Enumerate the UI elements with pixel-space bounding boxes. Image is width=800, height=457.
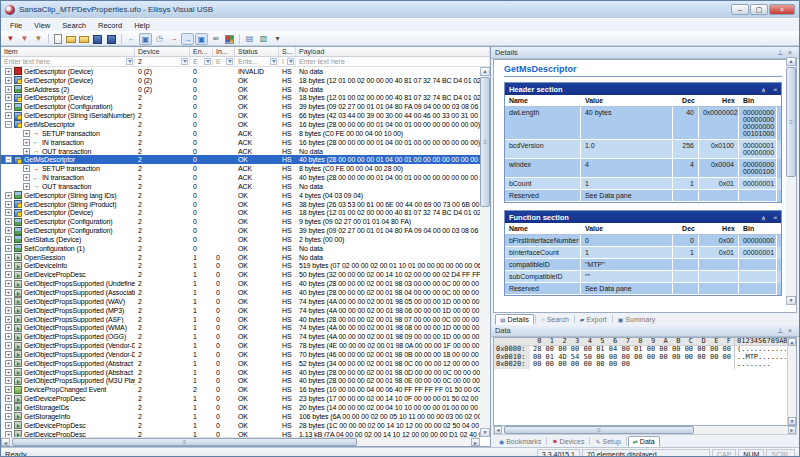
filter-funnel-icon[interactable]	[204, 58, 211, 65]
table-row[interactable]: +GetObjectPropsSupported (Vendor-D...210…	[1, 350, 485, 359]
filter-text-device[interactable]: 2	[138, 58, 181, 65]
section-header[interactable]: Function section∧«	[505, 211, 781, 223]
expand-toggle-icon[interactable]: +	[5, 413, 12, 420]
table-row[interactable]: +GetDescriptor (Device)20OKHS18 bytes (1…	[1, 94, 485, 103]
close-button[interactable]: ×	[769, 4, 795, 15]
filter-in[interactable]: E	[213, 57, 235, 66]
table-row[interactable]: +GetDescriptor (String iProduct)20OKHS38…	[1, 200, 485, 209]
tab-data[interactable]: ⇄Data	[628, 436, 660, 447]
table-row[interactable]: +GetDevicePropDesc210OKHS28 bytes (1C 00…	[1, 421, 485, 430]
pin-icon[interactable]: ⊥	[775, 327, 785, 335]
expand-toggle-icon[interactable]: +	[5, 422, 12, 429]
maximize-button[interactable]: ▢	[750, 4, 768, 15]
expand-toggle-icon[interactable]: +	[23, 148, 30, 155]
detail-row[interactable]: bFirstInterfaceNumber000x0000000000	[505, 235, 781, 247]
detail-row[interactable]: subCompatibleID""	[505, 271, 781, 283]
collapse-icon[interactable]: ∧	[761, 214, 765, 221]
table-row[interactable]: +←IN transaction20ACKHS40 bytes (28 00 0…	[1, 173, 485, 182]
close-panel-icon[interactable]: ×	[785, 49, 795, 56]
expand-toggle-icon[interactable]: +	[5, 201, 12, 208]
filter-device[interactable]: 2	[135, 57, 190, 66]
list-horizontal-scrollbar[interactable]: ◄ ≡ ►	[1, 437, 480, 446]
scrollbar-thumb[interactable]: ≡	[480, 77, 490, 207]
filter-text-item[interactable]: Enter text here	[4, 58, 126, 65]
table-row[interactable]: +GetDevicePropDesc210OKHS50 bytes (32 00…	[1, 270, 485, 279]
filter-funnel-icon[interactable]	[270, 58, 277, 65]
expand-toggle-icon[interactable]: +	[5, 324, 12, 331]
table-row[interactable]: +GetObjectPropsSupported (Associati...21…	[1, 288, 485, 297]
detail-row[interactable]: ReservedSee Data pane	[505, 190, 781, 202]
scroll-right-icon[interactable]: ►	[471, 438, 480, 446]
toolbar-options-icon[interactable]: ▾	[271, 33, 284, 45]
pin-icon[interactable]: «	[774, 86, 777, 92]
table-row[interactable]: +GetDescriptor (Device)0 (2)0INVALIDHSNo…	[1, 67, 485, 76]
menu-item-view[interactable]: View	[29, 20, 55, 31]
column-header-item[interactable]: Item	[1, 47, 135, 56]
expand-toggle-icon[interactable]: +	[5, 307, 12, 314]
expand-toggle-icon[interactable]: +	[5, 236, 12, 243]
expand-toggle-icon[interactable]: +	[23, 139, 30, 146]
expand-toggle-icon[interactable]: +	[5, 77, 12, 84]
scroll-up-icon[interactable]: ▲	[480, 67, 490, 76]
expand-toggle-icon[interactable]: +	[23, 183, 30, 190]
menu-item-record[interactable]: Record	[93, 20, 127, 31]
minimize-button[interactable]: –	[731, 4, 749, 15]
table-row[interactable]: +SetAddress (2)0 (2)0OKHSNo data	[1, 85, 485, 94]
detail-row[interactable]: ReservedSee Data pane	[505, 283, 781, 295]
column-header-device[interactable]: Device	[135, 47, 190, 56]
table-row[interactable]: +GetObjectPropsSupported (MP3)210OKHS74 …	[1, 306, 485, 315]
expand-toggle-icon[interactable]: +	[5, 369, 12, 376]
table-row[interactable]: +GetObjectPropsSupported (WMA)210OKHS74 …	[1, 323, 485, 332]
hex-row[interactable]: 0x0000:28 00 00 00 00 01 04 00 01 00 00 …	[494, 346, 796, 353]
jump-icon[interactable]: →	[167, 33, 180, 45]
column-header-en[interactable]: En...	[190, 47, 213, 56]
record-options-icon[interactable]: ▼	[32, 33, 45, 45]
table-row[interactable]: +GetDescriptor (Configuration)20OKHS9 by…	[1, 217, 485, 226]
scrollbar-thumb[interactable]: ≡	[12, 438, 357, 446]
scroll-down-icon[interactable]: ▼	[480, 428, 490, 437]
expand-toggle-icon[interactable]: +	[5, 245, 12, 252]
table-row[interactable]: +GetObjectPropsSupported (Abstract ...21…	[1, 368, 485, 377]
table-row[interactable]: +SetConfiguration (1)20OKHSNo data	[1, 244, 485, 253]
scrollbar-thumb[interactable]: ≡	[504, 426, 694, 434]
filter-text-in[interactable]: E	[216, 58, 226, 65]
table-row[interactable]: +→SETUP transaction20ACKHS8 bytes (C0 FE…	[1, 129, 485, 138]
table-row[interactable]: +GetDescriptor (Configuration)20OKHS39 b…	[1, 102, 485, 111]
expand-toggle-icon[interactable]: +	[5, 94, 12, 101]
tab-bookmarks[interactable]: ◉Bookmarks	[495, 436, 545, 447]
hex-horizontal-scrollbar[interactable]: ◄ ≡ ►	[493, 426, 797, 435]
hex-row[interactable]: 0x0020:00 00 00 00 00 00 00 00........	[494, 361, 796, 368]
table-row[interactable]: +GetDeviceInfo210OKHS519 bytes (07 02 00…	[1, 262, 485, 271]
menu-item-search[interactable]: Search	[57, 20, 91, 31]
filter-funnel-icon[interactable]	[181, 58, 188, 65]
details-vertical-scrollbar[interactable]: ▲ ≡ ▼	[786, 57, 796, 305]
table-row[interactable]: +GetDescriptor (Device)20OKHS18 bytes (1…	[1, 209, 485, 218]
expand-toggle-icon[interactable]: +	[5, 68, 12, 75]
table-row[interactable]: +GetObjectPropsSupported (Vendor-D...210…	[1, 341, 485, 350]
table-row[interactable]: +GetObjectPropsSupported (Abstract ...21…	[1, 359, 485, 368]
record-filter-icon[interactable]: ▼	[4, 33, 17, 45]
table-row[interactable]: +GetDescriptor (String iSerialNumber)20O…	[1, 111, 485, 120]
expand-toggle-icon[interactable]: +	[5, 333, 12, 340]
table-row[interactable]: +→SETUP transaction20ACKHS8 bytes (C0 FE…	[1, 164, 485, 173]
expand-toggle-icon[interactable]: +	[5, 227, 12, 234]
expand-toggle-icon[interactable]: +	[23, 165, 30, 172]
filter-payload[interactable]: Enter text here	[296, 57, 490, 66]
goto-icon[interactable]: →	[181, 33, 194, 45]
open-file-icon[interactable]	[66, 36, 76, 43]
expand-toggle-icon[interactable]: +	[5, 209, 12, 216]
table-row[interactable]: +GetObjectPropsSupported (OGG)210OKHS74 …	[1, 332, 485, 341]
expand-toggle-icon[interactable]: −	[5, 156, 12, 163]
hex-vertical-scrollbar[interactable]: ▲ ▼	[787, 338, 796, 425]
scroll-up-icon[interactable]: ▲	[788, 338, 796, 346]
expand-toggle-icon[interactable]: +	[23, 174, 30, 181]
column-header-in[interactable]: In...	[213, 47, 235, 56]
table-row[interactable]: +GetStatus (Device)20OKHS2 bytes (00 00)	[1, 235, 485, 244]
time-icon[interactable]: ◷	[153, 33, 166, 45]
section-header[interactable]: Header section∧«	[505, 83, 781, 95]
scroll-down-icon[interactable]: ▼	[788, 417, 796, 425]
new-file-icon[interactable]	[54, 34, 62, 44]
expand-toggle-icon[interactable]: +	[5, 280, 12, 287]
expand-toggle-icon[interactable]: +	[5, 271, 12, 278]
find-icon[interactable]: ∞	[209, 33, 222, 45]
